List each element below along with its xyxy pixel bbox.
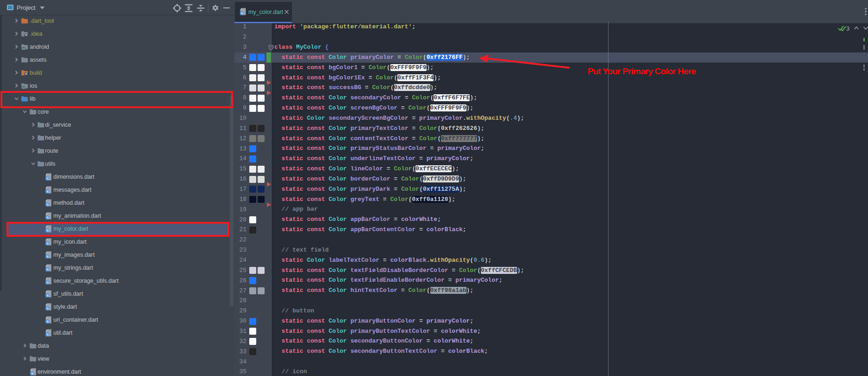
svg-text:✱: ✱ (25, 72, 28, 76)
svg-text:✱: ✱ (25, 33, 28, 37)
